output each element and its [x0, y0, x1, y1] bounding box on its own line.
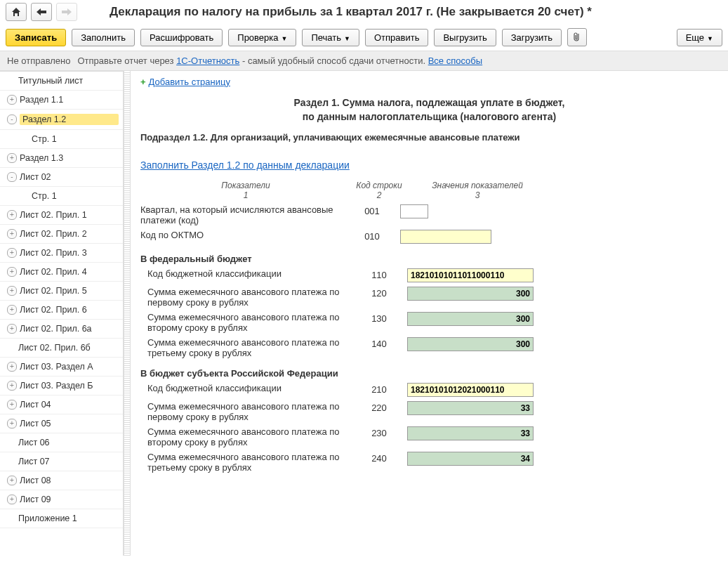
- caret-down-icon: ▼: [344, 35, 350, 42]
- status-hint-all[interactable]: Все способы: [428, 55, 482, 66]
- tree-item-label: Лист 02. Прил. 1: [20, 210, 119, 220]
- row-code: 110: [351, 268, 407, 280]
- import-button[interactable]: Загрузить: [502, 29, 562, 46]
- tree-item-label: Лист 09: [20, 495, 119, 504]
- collapse-icon[interactable]: -: [7, 115, 17, 124]
- row-label: Сумма ежемесячного авансового платежа по…: [147, 312, 351, 333]
- tree-item[interactable]: Приложение 1: [0, 509, 123, 528]
- expand-icon[interactable]: +: [7, 286, 17, 296]
- section-title-1: Раздел 1. Сумма налога, подлежащая уплат…: [247, 97, 612, 108]
- row-input[interactable]: [407, 426, 534, 440]
- tree-item[interactable]: +Лист 02. Прил. 1: [0, 206, 123, 225]
- tree-item-label: Лист 02. Прил. 5: [20, 286, 119, 296]
- expand-icon[interactable]: +: [7, 419, 17, 429]
- tree-item-label: Лист 03. Раздел А: [20, 362, 119, 372]
- tree-item[interactable]: +Раздел 1.1: [0, 91, 123, 110]
- row-code: 140: [351, 337, 407, 349]
- tree-item[interactable]: Лист 07: [0, 452, 123, 471]
- row-input[interactable]: [407, 452, 534, 466]
- tree-item[interactable]: +Лист 02. Прил. 4: [0, 263, 123, 282]
- back-button[interactable]: [31, 3, 52, 21]
- tree-item-label: Лист 08: [20, 476, 119, 485]
- tree-item[interactable]: Стр. 1: [0, 130, 123, 149]
- splitter[interactable]: [124, 71, 131, 556]
- write-button[interactable]: Записать: [6, 29, 66, 46]
- tree-item[interactable]: +Лист 02. Прил. 2: [0, 225, 123, 244]
- print-button[interactable]: Печать▼: [302, 29, 359, 46]
- tree-item[interactable]: +Лист 02. Прил. 3: [0, 244, 123, 263]
- attach-button[interactable]: [567, 28, 587, 46]
- row-input[interactable]: [407, 337, 534, 351]
- tree-item[interactable]: +Лист 02. Прил. 6а: [0, 320, 123, 339]
- check-button[interactable]: Проверка▼: [228, 29, 296, 46]
- tree-item-label: Лист 07: [18, 457, 119, 466]
- form-row: Код по ОКТМО010: [140, 230, 718, 244]
- tree-item[interactable]: +Лист 02. Прил. 5: [0, 282, 123, 301]
- expand-icon[interactable]: +: [7, 229, 17, 239]
- tree-item[interactable]: +Лист 03. Раздел А: [0, 358, 123, 377]
- tree-item-label: Раздел 1.1: [20, 95, 119, 105]
- row-input[interactable]: [407, 383, 534, 397]
- tree-item-label: Лист 02. Прил. 6: [20, 305, 119, 315]
- row-input[interactable]: [407, 268, 534, 282]
- tree-item[interactable]: Стр. 1: [0, 187, 123, 206]
- nav-tree[interactable]: Титульный лист+Раздел 1.1-Раздел 1.2Стр.…: [0, 71, 124, 556]
- expand-icon[interactable]: +: [7, 153, 17, 163]
- tree-item-label: Лист 02. Прил. 6а: [20, 324, 119, 334]
- row-input[interactable]: [400, 230, 491, 244]
- tree-item[interactable]: +Лист 04: [0, 395, 123, 414]
- expand-icon[interactable]: +: [7, 210, 17, 220]
- forward-button[interactable]: [56, 3, 77, 21]
- row-input[interactable]: [407, 287, 534, 301]
- decode-button[interactable]: Расшифровать: [140, 29, 223, 46]
- fill-button[interactable]: Заполнить: [72, 29, 135, 46]
- home-button[interactable]: [6, 3, 27, 21]
- tree-item[interactable]: +Лист 05: [0, 414, 123, 433]
- expand-icon[interactable]: +: [7, 324, 17, 334]
- row-code: 220: [351, 401, 407, 413]
- tree-item[interactable]: +Лист 09: [0, 490, 123, 509]
- tree-item-label: Титульный лист: [18, 76, 119, 86]
- row-input[interactable]: [407, 401, 534, 415]
- row-code: 120: [351, 287, 407, 299]
- status-text: Не отправлено: [7, 55, 70, 66]
- tree-item[interactable]: Лист 02. Прил. 6б: [0, 339, 123, 358]
- row-code: 130: [351, 312, 407, 324]
- tree-item-label: Лист 06: [18, 438, 119, 447]
- fill-section-link[interactable]: Заполнить Раздел 1.2 по данным деклараци…: [140, 159, 350, 171]
- expand-icon[interactable]: +: [7, 400, 17, 410]
- row-label: Квартал, на который исчисляются авансовы…: [140, 204, 344, 225]
- tree-item[interactable]: +Лист 02. Прил. 6: [0, 301, 123, 320]
- expand-icon[interactable]: +: [7, 495, 17, 504]
- status-hint-pre: Отправьте отчет через: [77, 55, 176, 66]
- tree-item-label: Лист 02: [20, 172, 119, 182]
- tree-item[interactable]: +Раздел 1.3: [0, 149, 123, 168]
- row-code: 010: [344, 230, 400, 242]
- send-button[interactable]: Отправить: [365, 29, 428, 46]
- subsection-title: Подраздел 1.2. Для организаций, уплачива…: [140, 132, 718, 143]
- tree-item[interactable]: -Лист 02: [0, 168, 123, 187]
- tree-item[interactable]: +Лист 08: [0, 471, 123, 490]
- expand-icon[interactable]: +: [7, 381, 17, 391]
- more-button[interactable]: Еще▼: [677, 29, 722, 46]
- fed-group-title: В федеральный бюджет: [140, 254, 718, 264]
- expand-icon[interactable]: +: [7, 267, 17, 277]
- add-page-link[interactable]: Добавить страницу: [149, 77, 230, 87]
- row-input[interactable]: [407, 312, 534, 326]
- page-title: Декларация по налогу на прибыль за 1 ква…: [110, 5, 592, 19]
- expand-icon[interactable]: +: [7, 476, 17, 485]
- status-hint-link[interactable]: 1С-Отчетность: [176, 55, 239, 66]
- tree-item[interactable]: -Раздел 1.2: [0, 110, 123, 130]
- tree-item[interactable]: Титульный лист: [0, 72, 123, 91]
- tree-item[interactable]: Лист 06: [0, 433, 123, 452]
- tree-item[interactable]: +Лист 03. Раздел Б: [0, 377, 123, 395]
- expand-icon[interactable]: +: [7, 305, 17, 315]
- expand-icon[interactable]: +: [7, 362, 17, 372]
- expand-icon[interactable]: +: [7, 95, 17, 105]
- check-label: Проверка: [237, 32, 278, 43]
- expand-icon[interactable]: +: [7, 248, 17, 258]
- collapse-icon[interactable]: -: [7, 172, 17, 182]
- export-button[interactable]: Выгрузить: [434, 29, 496, 46]
- row-label: Код бюджетной классификации: [147, 268, 351, 279]
- row-input[interactable]: [400, 204, 428, 218]
